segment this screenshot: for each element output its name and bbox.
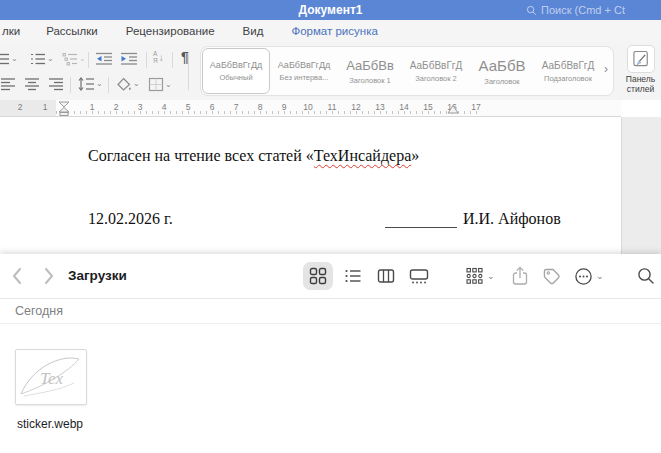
ruler[interactable]: 211234567891011121314151617 [0,100,621,117]
ruler-number: 12 [351,102,360,112]
forward-button[interactable] [42,266,56,290]
chevron-down-icon: ⌄ [133,80,140,88]
ruler-number: 14 [399,102,408,112]
tab-links[interactable]: лки [2,25,20,37]
icon-view-button[interactable] [303,262,333,290]
chevron-right-icon [42,266,56,286]
styles-pane-icon [631,49,651,69]
ribbon-separator [108,77,109,93]
document-page[interactable] [0,117,621,254]
list-view-button[interactable] [338,262,368,290]
paint-bucket-icon [116,77,132,91]
share-button[interactable] [511,262,529,290]
gallery-view-icon [409,267,429,285]
finder-content[interactable] [0,324,661,453]
ribbon-separator [188,54,189,90]
finder-section-header: Сегодня [0,299,661,324]
ruler-number: 9 [282,102,287,112]
line-spacing-button[interactable]: ⌄ [78,77,103,91]
tab-view[interactable]: Вид [243,25,264,37]
style-normal[interactable]: АаБбВвГгДд Обычный [202,48,270,94]
decrease-indent-button[interactable] [95,52,113,66]
chevron-down-icon: ⌄ [96,80,103,88]
tag-icon [542,267,561,286]
share-icon [511,266,529,286]
titlebar-search[interactable]: Поиск (Cmd + Ct [526,2,661,18]
style-heading-1[interactable]: АаБбВв Заголовок 1 [337,47,403,95]
sticker-sketch: Tex [16,350,84,402]
increase-indent-button[interactable] [120,52,138,66]
ruler-number: 1 [90,102,95,112]
style-no-spacing[interactable]: АаБбВвГгДд Без интерва... [271,47,337,95]
style-title[interactable]: АаБбВ Заголовок [469,47,535,95]
signature-name[interactable]: И.И. Айфонов [463,210,561,228]
list-view-icon [344,267,362,285]
ellipsis-circle-icon [574,267,593,286]
numbered-list-button[interactable]: ⌄ [30,52,54,66]
bullet-list-button[interactable]: ⌄ [0,52,18,66]
ruler-number: 11 [328,102,337,112]
ribbon-separator [88,52,89,68]
tab-review[interactable]: Рецензирование [126,25,215,37]
more-actions-button[interactable]: ⌄ [574,262,604,290]
align-right-icon [48,77,64,91]
sort-az-icon: АЯ [153,51,158,64]
multilevel-list-icon [62,52,78,66]
column-view-button[interactable] [371,262,401,290]
document-date[interactable]: 12.02.2026 г. [88,210,173,228]
document-sentence[interactable]: Согласен на чтение всех статей «ТехИнсай… [88,147,419,165]
group-icon [465,267,484,285]
style-subtitle[interactable]: АаБбВвГгД Подзаголовок [535,47,601,95]
gallery-view-button[interactable] [404,262,434,290]
back-button[interactable] [10,266,24,290]
file-thumbnail[interactable]: Tex [15,349,87,405]
ribbon-separator [172,52,173,68]
ruler-number: 13 [375,102,384,112]
ribbon-separator [70,77,71,93]
ruler-number: 6 [210,102,215,112]
styles-pane-button[interactable]: Панель стилей [620,45,661,97]
ribbon-tab-row: лки Рассылки Рецензирование Вид Формат р… [0,20,661,42]
decrease-indent-icon [95,52,113,66]
chevron-down-icon: ⌄ [47,55,54,63]
chevron-left-icon [10,266,24,286]
sort-button[interactable]: АЯ ↓ [153,51,164,64]
chevron-down-icon: ⌄ [487,271,495,281]
style-heading-2[interactable]: АаБбВвГгД Заголовок 2 [403,47,469,95]
signature-line[interactable] [385,211,457,228]
borders-icon [148,77,164,92]
search-icon [526,5,537,16]
line-spacing-icon [78,77,95,91]
align-right-button[interactable] [48,77,64,91]
finder-window: Загрузки [0,254,661,453]
borders-button[interactable]: ⌄ [148,77,172,92]
tags-button[interactable] [542,262,561,290]
section-label: Сегодня [15,304,63,318]
shading-button[interactable]: ⌄ [116,77,140,91]
ruler-number: 3 [138,102,143,112]
finder-search-button[interactable] [637,262,655,290]
ruler-number: 15 [423,102,432,112]
gallery-more-chevron[interactable]: › [604,62,608,76]
search-placeholder: Поиск (Cmd + Ct [541,4,625,16]
file-name-label[interactable]: sticker.webp [8,417,92,431]
ruler-number: 4 [162,102,167,112]
group-button[interactable]: ⌄ [465,262,495,290]
indent-marker-icon[interactable] [58,101,70,116]
sort-arrow-icon: ↓ [159,52,164,63]
word-titlebar: Документ1 Поиск (Cmd + Ct [0,0,661,20]
ruler-ticks [56,111,480,114]
sentence-misspelled-word: ТехИнсайдера [314,147,411,164]
align-center-button[interactable] [24,77,40,91]
tab-picture-format[interactable]: Формат рисунка [291,25,377,37]
bullet-list-icon [0,52,10,66]
right-indent-marker-icon[interactable] [447,104,459,114]
ribbon: ⌄ ⌄ ⌄ [0,42,661,101]
finder-toolbar: Загрузки [0,254,661,299]
multilevel-list-button[interactable]: ⌄ [62,52,86,66]
numbered-list-icon [30,52,46,66]
tab-mailings[interactable]: Рассылки [46,25,98,37]
styles-pane-iconbox [627,45,655,73]
align-left-button[interactable] [0,77,16,91]
style-gallery: АаБбВвГгДд Обычный АаБбВвГгДд Без интерв… [200,46,614,96]
